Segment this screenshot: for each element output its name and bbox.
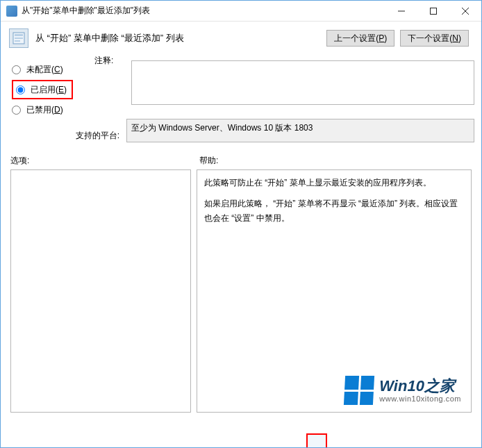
next-setting-button[interactable]: 下一个设置(N) (400, 30, 469, 47)
supported-label: 支持的平台: (8, 119, 122, 142)
svg-rect-6 (15, 38, 23, 39)
header-row: 从 “开始” 菜单中删除 “最近添加” 列表 上一个设置(P) 下一个设置(N) (8, 28, 474, 48)
help-paragraph-1: 此策略可防止在 “开始” 菜单上显示最近安装的应用程序列表。 (204, 176, 464, 190)
svg-rect-5 (15, 34, 23, 36)
app-icon (6, 6, 17, 17)
radio-enabled-input[interactable] (16, 85, 25, 94)
prev-key: P (379, 33, 384, 43)
help-paragraph-2: 如果启用此策略， “开始” 菜单将不再显示 “最近添加” 列表。相应设置也会在 … (204, 197, 464, 225)
watermark: Win10之家 www.win10xitong.com (344, 376, 461, 405)
radio-disabled[interactable]: 已禁用(D) (12, 101, 122, 119)
panes: 此策略可防止在 “开始” 菜单上显示最近安装的应用程序列表。 如果启用此策略， … (8, 169, 474, 413)
comment-label: 注释: (94, 55, 113, 67)
next-label: 下一个设置( (408, 33, 452, 44)
comment-textarea[interactable] (131, 60, 474, 105)
minimize-button[interactable] (385, 1, 417, 22)
policy-editor-window: 从"开始"菜单中删除"最近添加"列表 从 “开始” 菜单中删除 “最近添加” 列… (0, 0, 482, 448)
maximize-button[interactable] (417, 1, 449, 22)
state-radios: 未配置(C) 已启用(E) 已禁用(D) (8, 60, 122, 119)
options-label: 选项: (10, 155, 191, 167)
ok-button-highlight (306, 433, 327, 447)
prev-label: 上一个设置( (334, 33, 379, 44)
window-title: 从"开始"菜单中删除"最近添加"列表 (22, 5, 385, 17)
policy-icon (9, 28, 28, 48)
radio-enabled[interactable]: 已启用(E) (16, 83, 69, 97)
watermark-url: www.win10xitong.com (379, 395, 461, 403)
next-close: ) (458, 33, 461, 43)
settings-grid: 未配置(C) 已启用(E) 已禁用(D) (8, 60, 474, 142)
windows-logo-icon (344, 376, 374, 405)
watermark-brand: Win10之家 (379, 378, 461, 395)
supported-textarea (126, 119, 474, 142)
previous-setting-button[interactable]: 上一个设置(P) (326, 30, 394, 47)
window-controls (385, 1, 481, 21)
policy-name: 从 “开始” 菜单中删除 “最近添加” 列表 (35, 32, 319, 44)
svg-rect-1 (431, 8, 437, 15)
enabled-highlight: 已启用(E) (12, 80, 73, 99)
lower-labels: 选项: 帮助: (8, 155, 474, 167)
options-pane[interactable] (10, 169, 191, 413)
close-button[interactable] (449, 1, 481, 22)
radio-not-configured-input[interactable] (12, 65, 21, 74)
radio-disabled-input[interactable] (12, 106, 21, 115)
titlebar: 从"开始"菜单中删除"最近添加"列表 (1, 1, 481, 22)
next-key: N (452, 33, 458, 43)
help-pane[interactable]: 此策略可防止在 “开始” 菜单上显示最近安装的应用程序列表。 如果启用此策略， … (197, 169, 472, 413)
help-label: 帮助: (191, 155, 472, 167)
svg-rect-7 (15, 40, 20, 42)
prev-close: ) (384, 33, 387, 43)
content-area: 从 “开始” 菜单中删除 “最近添加” 列表 上一个设置(P) 下一个设置(N)… (1, 22, 481, 420)
